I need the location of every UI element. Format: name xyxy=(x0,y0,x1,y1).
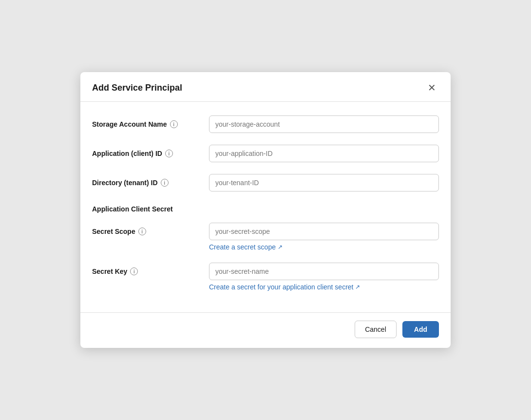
create-secret-scope-link[interactable]: Create a secret scope ↗ xyxy=(209,243,283,251)
create-secret-key-link-row: Create a secret for your application cli… xyxy=(209,283,439,291)
application-client-secret-section-header: Application Client Secret xyxy=(92,203,439,213)
close-icon: ✕ xyxy=(428,82,436,93)
storage-account-info-icon[interactable]: i xyxy=(170,120,178,128)
secret-key-input[interactable] xyxy=(209,263,439,280)
create-secret-key-link[interactable]: Create a secret for your application cli… xyxy=(209,283,360,291)
secret-scope-label: Secret Scope i xyxy=(92,228,209,235)
storage-account-label-col: Storage Account Name i xyxy=(92,115,209,128)
modal-header: Add Service Principal ✕ xyxy=(80,72,451,102)
create-secret-scope-link-row: Create a secret scope ↗ xyxy=(209,243,439,251)
directory-tenant-id-label: Directory (tenant) ID i xyxy=(92,179,209,187)
secret-scope-label-col: Secret Scope i xyxy=(92,223,209,235)
add-service-principal-modal: Add Service Principal ✕ Storage Account … xyxy=(80,72,451,348)
directory-tenant-id-input[interactable] xyxy=(209,174,439,191)
secret-key-label: Secret Key i xyxy=(92,267,209,275)
modal-overlay: Add Service Principal ✕ Storage Account … xyxy=(0,0,531,420)
directory-tenant-id-input-col xyxy=(209,174,439,191)
cancel-button[interactable]: Cancel xyxy=(355,321,397,338)
secret-key-row: Secret Key i Create a secret for your ap… xyxy=(92,263,439,291)
add-button[interactable]: Add xyxy=(402,321,439,338)
modal-title: Add Service Principal xyxy=(92,83,182,93)
storage-account-name-row: Storage Account Name i xyxy=(92,115,439,133)
application-client-id-info-icon[interactable]: i xyxy=(165,150,173,157)
directory-tenant-id-row: Directory (tenant) ID i xyxy=(92,174,439,191)
application-client-id-input-col xyxy=(209,145,439,162)
secret-scope-row: Secret Scope i Create a secret scope ↗ xyxy=(92,223,439,251)
secret-key-input-col: Create a secret for your application cli… xyxy=(209,263,439,291)
close-button[interactable]: ✕ xyxy=(425,82,439,94)
create-secret-key-external-icon: ↗ xyxy=(355,284,360,290)
directory-tenant-id-label-col: Directory (tenant) ID i xyxy=(92,174,209,187)
secret-scope-input-col: Create a secret scope ↗ xyxy=(209,223,439,251)
modal-footer: Cancel Add xyxy=(80,312,451,348)
create-secret-scope-external-icon: ↗ xyxy=(278,244,283,250)
secret-scope-info-icon[interactable]: i xyxy=(138,228,146,235)
secret-key-info-icon[interactable]: i xyxy=(130,267,138,275)
application-client-id-input[interactable] xyxy=(209,145,439,162)
storage-account-input-col xyxy=(209,115,439,133)
modal-body: Storage Account Name i Application (clie… xyxy=(80,102,451,312)
application-client-id-row: Application (client) ID i xyxy=(92,145,439,162)
storage-account-input[interactable] xyxy=(209,115,439,133)
storage-account-label: Storage Account Name i xyxy=(92,120,209,128)
directory-tenant-id-info-icon[interactable]: i xyxy=(161,179,169,187)
application-client-id-label: Application (client) ID i xyxy=(92,150,209,157)
secret-key-label-col: Secret Key i xyxy=(92,263,209,275)
secret-scope-input[interactable] xyxy=(209,223,439,240)
application-client-id-label-col: Application (client) ID i xyxy=(92,145,209,157)
